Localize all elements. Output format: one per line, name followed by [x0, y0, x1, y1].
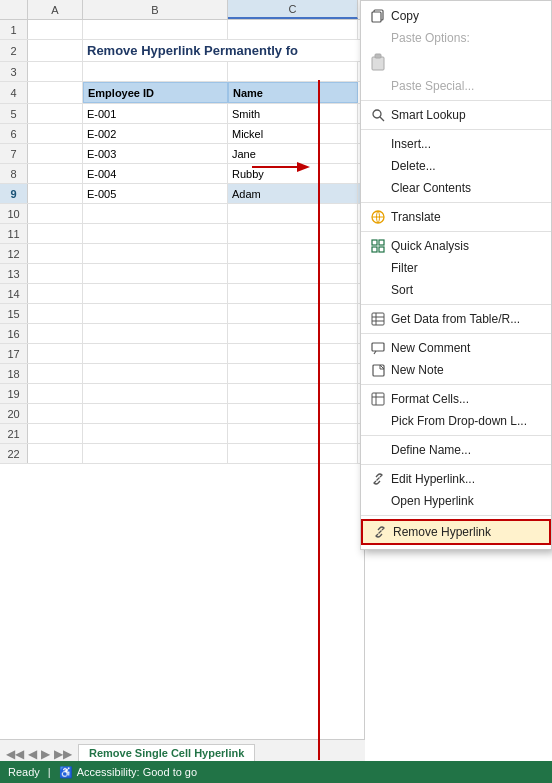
table-row: 15 — [0, 304, 364, 324]
table-row: 17 — [0, 344, 364, 364]
sheet-tabs: ◀◀ ◀ ▶ ▶▶ Remove Single Cell Hyperlink — [0, 739, 365, 761]
edit-hyperlink-icon — [369, 472, 387, 486]
clear-contents-menu-item[interactable]: Clear Contents — [361, 177, 551, 199]
divider-10 — [361, 515, 551, 516]
context-menu: Copy Paste Options: Paste Special... Sma… — [360, 0, 552, 550]
rows: 1 2 Remove Hyperlink Permanently fo 3 4 … — [0, 20, 364, 464]
cell-6a[interactable] — [28, 124, 83, 143]
get-data-label: Get Data from Table/R... — [391, 312, 520, 326]
cell-6c[interactable]: Mickel — [228, 124, 358, 143]
row-num-8: 8 — [0, 164, 28, 183]
table-row: 14 — [0, 284, 364, 304]
open-hyperlink-menu-item[interactable]: Open Hyperlink — [361, 490, 551, 512]
svg-rect-13 — [372, 313, 384, 325]
cell-1c[interactable] — [228, 20, 358, 39]
cell-8a[interactable] — [28, 164, 83, 183]
comment-icon — [369, 342, 387, 355]
header-name[interactable]: Name — [228, 82, 358, 103]
svg-rect-19 — [372, 393, 384, 405]
cell-9b[interactable]: E-005 — [83, 184, 228, 203]
row-num-3: 3 — [0, 62, 28, 81]
paste-special-menu-item[interactable]: Paste Special... — [361, 75, 551, 97]
nav-prev-icon[interactable]: ◀ — [26, 747, 39, 761]
corner-cell — [0, 0, 28, 19]
sheet-nav-arrows[interactable]: ◀◀ ◀ ▶ ▶▶ — [0, 747, 78, 761]
new-comment-menu-item[interactable]: New Comment — [361, 337, 551, 359]
get-data-menu-item[interactable]: Get Data from Table/R... — [361, 308, 551, 330]
clear-contents-label: Clear Contents — [391, 181, 471, 195]
svg-rect-17 — [372, 343, 384, 351]
sort-label: Sort — [391, 283, 413, 297]
table-row: 16 — [0, 324, 364, 344]
copy-menu-item[interactable]: Copy — [361, 5, 551, 27]
define-name-menu-item[interactable]: Define Name... — [361, 439, 551, 461]
cell-5b[interactable]: E-001 — [83, 104, 228, 123]
arrow-icon — [252, 157, 312, 177]
nav-last-icon[interactable]: ▶▶ — [52, 747, 74, 761]
cell-8b[interactable]: E-004 — [83, 164, 228, 183]
copy-icon — [369, 9, 387, 23]
translate-menu-item[interactable]: Translate — [361, 206, 551, 228]
row-num-4: 4 — [0, 82, 28, 103]
title-cell[interactable]: Remove Hyperlink Permanently fo — [83, 40, 363, 61]
cell-3c[interactable] — [228, 62, 358, 81]
edit-hyperlink-menu-item[interactable]: Edit Hyperlink... — [361, 468, 551, 490]
format-cells-label: Format Cells... — [391, 392, 469, 406]
new-note-label: New Note — [391, 363, 444, 377]
table-row: 12 — [0, 244, 364, 264]
svg-marker-1 — [297, 162, 310, 172]
quick-analysis-label: Quick Analysis — [391, 239, 469, 253]
quick-analysis-menu-item[interactable]: Quick Analysis — [361, 235, 551, 257]
filter-menu-item[interactable]: Filter — [361, 257, 551, 279]
cell-7b[interactable]: E-003 — [83, 144, 228, 163]
divider-8 — [361, 435, 551, 436]
nav-first-icon[interactable]: ◀◀ — [4, 747, 26, 761]
cell-3a[interactable] — [28, 62, 83, 81]
format-cells-menu-item[interactable]: Format Cells... — [361, 388, 551, 410]
sort-menu-item[interactable]: Sort — [361, 279, 551, 301]
new-note-menu-item[interactable]: New Note — [361, 359, 551, 381]
delete-menu-item[interactable]: Delete... — [361, 155, 551, 177]
cell-3b[interactable] — [83, 62, 228, 81]
cell-1b[interactable] — [83, 20, 228, 39]
table-row: 18 — [0, 364, 364, 384]
pick-dropdown-menu-item[interactable]: Pick From Drop-down L... — [361, 410, 551, 432]
cell-5c[interactable]: Smith — [228, 104, 358, 123]
remove-hyperlink-label: Remove Hyperlink — [393, 525, 491, 539]
col-header-b[interactable]: B — [83, 0, 228, 19]
paste-icon-row[interactable] — [361, 49, 551, 75]
smart-lookup-menu-item[interactable]: Smart Lookup — [361, 104, 551, 126]
divider-7 — [361, 384, 551, 385]
cell-7a[interactable] — [28, 144, 83, 163]
divider-1 — [361, 100, 551, 101]
cell-1a[interactable] — [28, 20, 83, 39]
cell-9c[interactable]: Adam — [228, 184, 358, 203]
header-employee-id[interactable]: Employee ID — [83, 82, 228, 103]
row-num-2: 2 — [0, 40, 28, 61]
cell-6b[interactable]: E-002 — [83, 124, 228, 143]
delete-label: Delete... — [391, 159, 436, 173]
row-num-6: 6 — [0, 124, 28, 143]
col-header-a[interactable]: A — [28, 0, 83, 19]
cell-2a[interactable] — [28, 40, 83, 61]
col-header-c[interactable]: C — [228, 0, 358, 19]
table-row: 2 Remove Hyperlink Permanently fo — [0, 40, 364, 62]
cell-4a[interactable] — [28, 82, 83, 103]
table-row: 9 E-005 Adam Adam... — [0, 184, 364, 204]
table-row: 22 — [0, 444, 364, 464]
table-row: 3 — [0, 62, 364, 82]
table-row: 13 — [0, 264, 364, 284]
cell-5a[interactable] — [28, 104, 83, 123]
svg-rect-4 — [372, 57, 384, 70]
format-cells-icon — [369, 392, 387, 406]
table-row: 20 — [0, 404, 364, 424]
insert-label: Insert... — [391, 137, 431, 151]
cell-9a[interactable] — [28, 184, 83, 203]
insert-menu-item[interactable]: Insert... — [361, 133, 551, 155]
remove-hyperlink-menu-item[interactable]: Remove Hyperlink — [361, 519, 551, 545]
copy-label: Copy — [391, 9, 419, 23]
table-row: 4 Employee ID Name — [0, 82, 364, 104]
sheet-tab-remove-single[interactable]: Remove Single Cell Hyperlink — [78, 744, 255, 761]
svg-rect-9 — [372, 240, 377, 245]
nav-next-icon[interactable]: ▶ — [39, 747, 52, 761]
